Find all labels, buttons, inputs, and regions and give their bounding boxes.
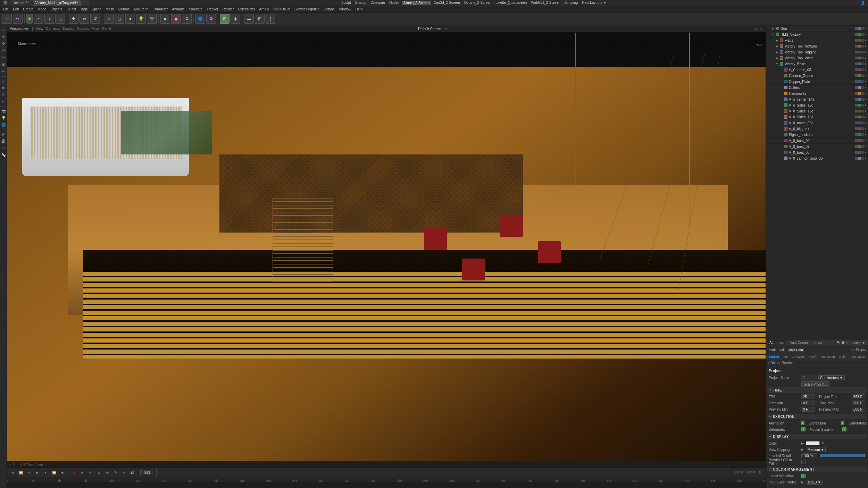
tree-arrow[interactable] [779,79,783,84]
tree-swatch-2[interactable] [861,51,864,53]
attr-settings-icon[interactable]: ⚙ [846,341,849,345]
tree-swatch-1[interactable] [858,62,861,65]
attr-search-icon[interactable]: 🔍 [837,341,841,345]
tree-swatch-1[interactable] [858,33,861,36]
tree-arrow[interactable] [779,144,783,149]
tree-item-v_0_boat_00[interactable]: V_0_boat_00▲ [766,138,868,144]
menu-greyscalegorilla[interactable]: Greyscalegorilla [293,7,321,11]
menu-character[interactable]: Character [151,7,170,11]
tree-item-victory_top_rigging[interactable]: ▶Victory_Top_Rigging▲ [766,49,868,55]
sidebar-btn-scene[interactable]: 🌐 [0,121,7,128]
tree-arrow[interactable]: ▶ [775,56,779,60]
attr-lock-icon[interactable]: 🔒 [841,341,845,345]
rotate-tool-button[interactable]: ↺ [90,14,100,24]
workspace-palette[interactable]: palette_Quadscreen [494,1,528,5]
attr-mode-btn[interactable]: Mode [767,348,778,352]
tree-swatch-1[interactable] [858,139,861,142]
tree-item-v_0_boat_08[interactable]: V_0_boat_08▲ [766,150,868,155]
tree-arrow[interactable]: ▶ [775,44,779,48]
tree-swatch-2[interactable] [861,92,864,95]
tree-swatch-0[interactable] [855,116,858,118]
menu-extensions[interactable]: Extensions [236,7,257,11]
tree-item-v_o_center_14a[interactable]: V_o_center_14a▲ [766,96,868,102]
tree-swatch-2[interactable] [861,57,864,59]
tree-swatch-1[interactable] [858,104,861,107]
proj-tab-bullet[interactable]: Bullet [837,354,849,359]
user-icon[interactable]: 👤 [859,1,867,5]
sidebar-btn-rigging[interactable]: 🦴 [0,152,7,158]
viewport-canvas[interactable]: Perspective More X Y Z Grid Spacing : 50… [7,33,766,467]
timeline-loop-btn[interactable]: ↻ [112,469,119,476]
sidebar-btn-11[interactable]: ≡ [0,98,7,104]
timeline-start-btn[interactable]: ⏮ [9,469,16,476]
sphere-button[interactable]: ● [125,14,135,24]
sidebar-btn-3[interactable]: ✥ [0,40,7,47]
menu-tracker[interactable]: Tracker [205,7,220,11]
expression-checkbox[interactable]: ✓ [841,421,844,425]
tree-swatch-0[interactable] [855,157,858,160]
sidebar-btn-7[interactable]: ✏ [0,68,7,74]
tree-swatch-0[interactable] [855,133,858,136]
color-arrow[interactable]: ▶ [801,441,804,445]
timeline-record-btn[interactable]: ⏺ [70,469,77,476]
render-button[interactable]: ◼ [171,14,181,24]
tree-arrow[interactable] [779,115,783,119]
tree-arrow[interactable]: ▶ [775,38,779,42]
workspace-webgui[interactable]: WebGUI_2-Screen [529,1,562,5]
tree-arrow[interactable] [779,150,783,154]
point-mode-button[interactable]: • [34,14,43,24]
tree-swatch-1[interactable] [858,145,861,148]
viewport-main[interactable]: Perspective | View Cameras Display Optio… [7,25,766,467]
tree-swatch-2[interactable] [861,133,864,136]
tree-arrow[interactable]: ▶ [775,50,779,54]
tree-swatch-0[interactable] [855,110,858,112]
time-min-value[interactable]: 0 F [801,401,815,405]
tree-arrow[interactable] [779,68,783,72]
tree-arrow[interactable] [779,156,783,160]
menu-mocgraph[interactable]: MoGraph [132,7,150,11]
sidebar-btn-6[interactable]: ▣ [0,61,7,67]
view-clipping-value[interactable]: Medium▼ [806,447,826,452]
tree-item-geo[interactable]: ▶Geo▲ [766,26,868,32]
workspace-nodes[interactable]: Nodes [387,1,401,5]
viewport-nav-toggle[interactable]: ⊞ [754,27,757,31]
tree-item-v_0_sides_19c[interactable]: V_0_Sides_19c▲ [766,114,868,120]
attr-tab-attributes[interactable]: Attributes [767,340,786,345]
proj-tab-project[interactable]: Project [767,354,781,359]
tree-arrow[interactable]: ▼ [775,62,779,66]
menu-help[interactable]: Help [354,7,365,11]
tree-swatch-1[interactable] [858,68,861,71]
timeline-range-btn[interactable]: ⇿ [120,469,127,476]
object-tree[interactable]: ▼Lights▲▶Cameras▲▶Geo▲▼HMS_Victory▲▶Flag… [766,14,868,339]
color-mgmt-header[interactable]: ▼ COLOR MANAGEMENT [767,466,867,472]
tree-item-v_0_cannon_smo_00[interactable]: V_0_cannon_smo_00▲ [766,155,868,161]
input-color-arrow[interactable]: ▶ [801,480,804,484]
tree-swatch-0[interactable] [855,45,858,48]
workspace-arnold[interactable]: Arnold_2-Screen [402,1,431,5]
sidebar-btn-paint[interactable]: 🖌 [0,131,7,137]
render-settings-button[interactable]: ⚙ [182,14,192,24]
tree-swatch-0[interactable] [855,127,858,130]
tree-arrow[interactable] [779,103,783,107]
menu-insydium[interactable]: INSYDIUM [272,7,292,11]
tree-item-hms_victory[interactable]: ▼HMS_Victory▲ [766,32,868,37]
tree-swatch-0[interactable] [855,98,858,101]
tree-arrow[interactable] [779,133,783,137]
menu-mesh[interactable]: Mesh [104,7,116,11]
tree-item-hammocks[interactable]: Hammocks▲ [766,91,868,96]
tree-swatch-0[interactable] [855,68,858,71]
menu-create[interactable]: Create [21,7,35,11]
render-lod-checkbox[interactable] [801,460,806,464]
tree-arrow[interactable] [779,138,783,143]
tree-swatch-2[interactable] [861,86,864,89]
menu-window[interactable]: Window [337,7,353,11]
tree-swatch-2[interactable] [861,151,864,154]
tree-swatch-1[interactable] [858,133,861,136]
tree-item-v_0_sides_19e[interactable]: V_0_Sides_19e▲ [766,108,868,114]
color-picker-icon[interactable]: ✎ [822,441,825,445]
tree-item-v_cannon_08[interactable]: V_Cannon_08▲ [766,67,868,73]
snap-settings-button[interactable]: ⚙ [206,14,216,24]
timeline-prev-btn[interactable]: ⏪ [17,469,24,476]
menu-octane[interactable]: Octane [322,7,336,11]
menu-file[interactable]: File [1,7,10,11]
